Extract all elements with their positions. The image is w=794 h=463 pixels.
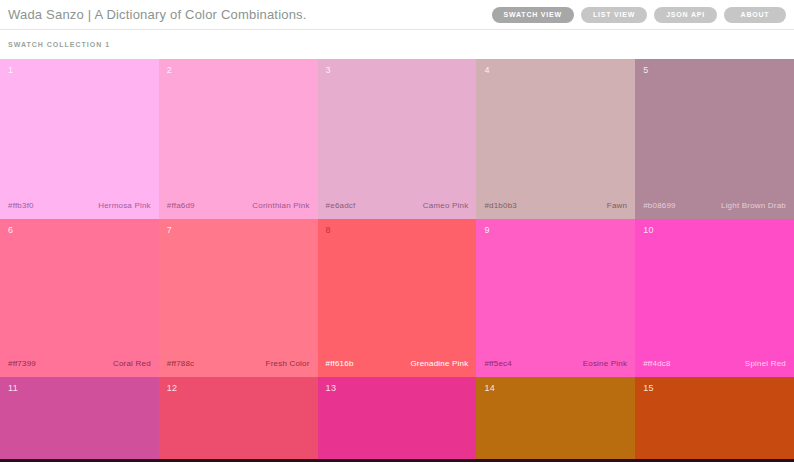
swatch-meta: #ffa6d9 Corinthian Pink [167,201,310,210]
swatch-meta: #ff4dc8 Spinel Red [643,359,786,368]
swatch-number: 14 [484,383,495,393]
swatch-number: 12 [167,383,178,393]
swatch-number: 11 [8,383,18,393]
swatch-cell-9[interactable]: 9 #ff5ec4 Eosine Pink [476,219,635,377]
swatch-hex: #ff5ec4 [484,359,512,368]
swatch-hex: #ff7399 [8,359,36,368]
view-nav: SWATCH VIEW LIST VIEW JSON API ABOUT [492,7,786,23]
swatch-hex: #ff788c [167,359,195,368]
swatch-cell-12[interactable]: 12 [159,377,318,459]
swatch-cell-10[interactable]: 10 #ff4dc8 Spinel Red [635,219,794,377]
swatch-number: 2 [167,65,172,75]
next-row-edge [0,459,794,462]
swatch-hex: #ffb3f0 [8,201,34,210]
swatch-hex: #ff616b [326,359,354,368]
swatch-name: Corinthian Pink [252,201,309,210]
swatch-meta: #ff5ec4 Eosine Pink [484,359,627,368]
swatch-name: Hermosa Pink [98,201,151,210]
swatch-number: 13 [326,383,337,393]
swatch-meta: #e6adcf Cameo Pink [326,201,469,210]
swatch-meta: #ff788c Fresh Color [167,359,310,368]
swatch-meta: #d1b0b3 Fawn [484,201,627,210]
page-title: Wada Sanzo | A Dictionary of Color Combi… [8,7,307,22]
app-header: Wada Sanzo | A Dictionary of Color Combi… [0,0,794,30]
swatch-number: 5 [643,65,648,75]
collection-bar: SWATCH COLLECTION 1 [0,30,794,59]
swatch-number: 10 [643,225,654,235]
json-api-button[interactable]: JSON API [654,7,717,23]
swatch-meta: #ffb3f0 Hermosa Pink [8,201,151,210]
swatch-number: 15 [643,383,654,393]
swatch-name: Grenadine Pink [410,359,468,368]
swatch-cell-7[interactable]: 7 #ff788c Fresh Color [159,219,318,377]
swatch-number: 6 [8,225,13,235]
swatch-name: Spinel Red [745,359,786,368]
swatch-hex: #ffa6d9 [167,201,195,210]
swatch-cell-15[interactable]: 15 [635,377,794,459]
swatch-number: 9 [484,225,489,235]
collection-label: SWATCH COLLECTION 1 [8,41,110,48]
swatch-hex: #ff4dc8 [643,359,671,368]
swatch-cell-4[interactable]: 4 #d1b0b3 Fawn [476,59,635,219]
swatch-cell-6[interactable]: 6 #ff7399 Coral Red [0,219,159,377]
swatch-view-button[interactable]: SWATCH VIEW [492,7,574,23]
swatch-cell-2[interactable]: 2 #ffa6d9 Corinthian Pink [159,59,318,219]
swatch-hex: #d1b0b3 [484,201,517,210]
swatch-hex: #b08699 [643,201,676,210]
swatch-name: Coral Red [113,359,151,368]
swatch-name: Eosine Pink [583,359,627,368]
swatch-cell-8[interactable]: 8 #ff616b Grenadine Pink [318,219,477,377]
swatch-hex: #e6adcf [326,201,356,210]
swatch-cell-3[interactable]: 3 #e6adcf Cameo Pink [318,59,477,219]
swatch-cell-5[interactable]: 5 #b08699 Light Brown Drab [635,59,794,219]
swatch-grid: 1 #ffb3f0 Hermosa Pink 2 #ffa6d9 Corinth… [0,59,794,459]
swatch-meta: #ff616b Grenadine Pink [326,359,469,368]
swatch-meta: #ff7399 Coral Red [8,359,151,368]
about-button[interactable]: ABOUT [724,7,786,23]
swatch-name: Fresh Color [266,359,310,368]
swatch-cell-11[interactable]: 11 [0,377,159,459]
swatch-number: 8 [326,225,331,235]
swatch-name: Light Brown Drab [721,201,786,210]
swatch-name: Fawn [607,201,627,210]
swatch-cell-13[interactable]: 13 [318,377,477,459]
list-view-button[interactable]: LIST VIEW [581,7,647,23]
swatch-number: 7 [167,225,172,235]
swatch-number: 1 [8,65,13,75]
swatch-cell-14[interactable]: 14 [476,377,635,459]
swatch-name: Cameo Pink [423,201,469,210]
swatch-number: 3 [326,65,331,75]
swatch-meta: #b08699 Light Brown Drab [643,201,786,210]
swatch-number: 4 [484,65,489,75]
swatch-cell-1[interactable]: 1 #ffb3f0 Hermosa Pink [0,59,159,219]
